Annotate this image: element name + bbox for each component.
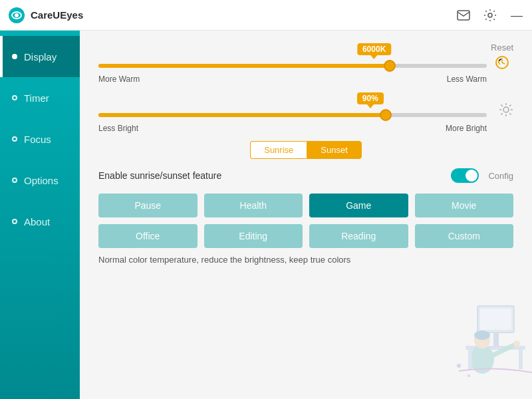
toggle-row: Enable sunrise/sunset feature Config xyxy=(98,168,513,183)
temperature-fill xyxy=(98,64,390,68)
app-window: CareUEyes — Display xyxy=(0,0,532,399)
brightness-rail xyxy=(98,113,487,117)
mode-pause-button[interactable]: Pause xyxy=(98,194,198,217)
settings-icon[interactable] xyxy=(483,8,497,23)
sidebar-dot-about xyxy=(12,219,17,224)
brightness-slider-container: 90% Less Bright More Bright xyxy=(98,92,487,133)
sidebar-label-timer: Timer xyxy=(24,92,49,104)
mode-movie-button[interactable]: Movie xyxy=(415,194,514,217)
main-layout: Display Timer Focus Options About xyxy=(0,31,532,399)
sidebar-dot-options xyxy=(12,178,17,183)
temperature-slider-container: 6000K More Warm Less Warm xyxy=(98,43,487,84)
temperature-labels: More Warm Less Warm xyxy=(98,74,487,84)
svg-line-14 xyxy=(501,113,503,114)
toggle-switch[interactable] xyxy=(451,168,479,183)
reset-label[interactable]: Reset xyxy=(491,43,513,53)
sidebar-dot-display xyxy=(12,54,17,59)
brightness-value: 90% xyxy=(362,94,378,103)
svg-point-4 xyxy=(488,13,492,17)
svg-line-12 xyxy=(509,113,511,114)
mode-editing-button[interactable]: Editing xyxy=(204,224,303,248)
svg-point-22 xyxy=(513,340,520,347)
temperature-thumb[interactable] xyxy=(384,60,396,72)
sidebar-label-focus: Focus xyxy=(24,134,51,145)
sidebar-label-display: Display xyxy=(24,51,57,63)
sidebar-item-timer[interactable]: Timer xyxy=(0,77,80,118)
temperature-badge-row: 6000K xyxy=(98,43,487,59)
sidebar-dot-timer xyxy=(12,95,17,100)
title-bar-icons: — xyxy=(456,8,524,23)
brightness-fill xyxy=(98,113,386,117)
brightness-label-right: More Bright xyxy=(446,124,487,133)
svg-rect-18 xyxy=(480,309,511,330)
content-area: Reset 600 xyxy=(80,31,532,399)
mode-buttons-row2: Office Editing Reading Custom xyxy=(98,224,513,248)
app-title: CareUEyes xyxy=(31,9,83,21)
svg-point-25 xyxy=(457,364,461,368)
brightness-badge: 90% xyxy=(357,92,384,108)
sidebar-item-options[interactable]: Options xyxy=(0,160,80,201)
mode-buttons-row1: Pause Health Game Movie xyxy=(98,194,513,217)
brightness-badge-row: 90% xyxy=(98,92,487,108)
svg-line-11 xyxy=(501,105,503,106)
brightness-labels: Less Bright More Bright xyxy=(98,124,487,133)
brightness-thumb[interactable] xyxy=(380,109,392,121)
sidebar-item-about[interactable]: About xyxy=(0,201,80,242)
sunrise-button[interactable]: Sunrise xyxy=(250,141,307,159)
temperature-label-left: More Warm xyxy=(98,74,140,84)
brightness-label-left: Less Bright xyxy=(98,124,138,133)
minimize-icon[interactable]: — xyxy=(509,8,524,23)
svg-point-26 xyxy=(467,374,470,377)
sunset-button[interactable]: Sunset xyxy=(307,141,361,159)
temperature-rail xyxy=(98,64,487,68)
sidebar-dot-focus xyxy=(12,136,17,142)
svg-rect-23 xyxy=(468,349,472,369)
status-text: Normal color temperature, reduce the bri… xyxy=(98,255,513,265)
brightness-icon xyxy=(499,102,513,120)
toggle-label: Enable sunrise/sunset feature xyxy=(98,170,451,181)
illustration xyxy=(446,273,532,379)
svg-rect-24 xyxy=(519,349,523,369)
title-bar: CareUEyes — xyxy=(0,0,532,31)
svg-point-6 xyxy=(503,107,509,112)
config-link[interactable]: Config xyxy=(488,171,513,181)
brightness-track[interactable] xyxy=(98,108,487,122)
mode-game-button[interactable]: Game xyxy=(309,194,408,217)
sliders-wrapper: Reset 600 xyxy=(98,43,513,133)
sidebar-item-focus[interactable]: Focus xyxy=(0,118,80,160)
reset-icon[interactable] xyxy=(495,55,509,73)
mode-health-button[interactable]: Health xyxy=(204,194,303,217)
temperature-value: 6000K xyxy=(362,45,386,54)
sidebar-label-options: Options xyxy=(24,175,59,186)
mode-reading-button[interactable]: Reading xyxy=(309,224,408,248)
temperature-label-right: Less Warm xyxy=(447,74,487,84)
mode-custom-button[interactable]: Custom xyxy=(415,224,514,248)
toggle-knob xyxy=(466,170,477,182)
svg-rect-16 xyxy=(493,331,499,347)
svg-line-13 xyxy=(509,105,511,106)
app-logo xyxy=(8,7,25,24)
sidebar: Display Timer Focus Options About xyxy=(0,31,80,399)
temperature-track[interactable] xyxy=(98,59,487,73)
temperature-badge: 6000K xyxy=(357,43,391,59)
mode-office-button[interactable]: Office xyxy=(98,224,198,248)
email-icon[interactable] xyxy=(456,8,471,23)
svg-point-21 xyxy=(474,331,490,340)
svg-rect-3 xyxy=(458,11,469,20)
sidebar-label-about: About xyxy=(24,216,50,227)
sun-buttons: Sunrise Sunset xyxy=(98,141,513,159)
svg-point-2 xyxy=(15,13,19,17)
sidebar-item-display[interactable]: Display xyxy=(0,36,80,77)
